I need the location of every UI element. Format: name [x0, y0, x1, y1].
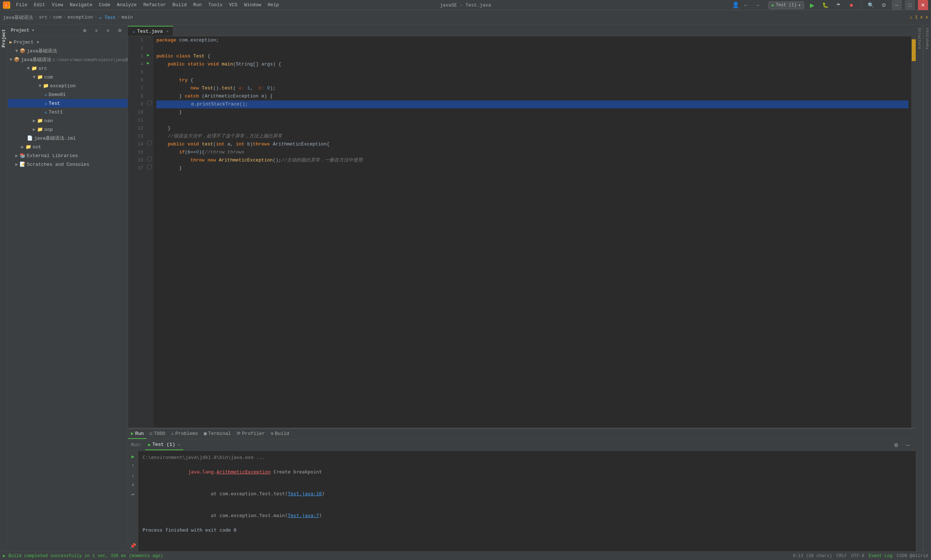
- structure-panel-btn[interactable]: Structure: [916, 25, 922, 52]
- console-close-button[interactable]: ─: [903, 440, 913, 450]
- menu-code[interactable]: Code: [96, 1, 113, 9]
- soft-wrap-button[interactable]: ↩: [129, 490, 137, 498]
- debug-button[interactable]: 🐛: [820, 0, 830, 10]
- tree-item-module-path[interactable]: ▼ 📦 java基础语法 C:\Users\Nan\IdeaProjects\j…: [8, 55, 128, 64]
- rerun-button[interactable]: ▶: [129, 452, 137, 460]
- tree-item-exception[interactable]: ▼ 📁 exception: [8, 82, 128, 90]
- tab-test-java[interactable]: ☕ Test.java ✕: [128, 26, 173, 36]
- code-content[interactable]: package com.exception; public class Test…: [154, 36, 911, 428]
- menu-help[interactable]: Help: [265, 1, 282, 9]
- menu-edit[interactable]: Edit: [31, 1, 48, 9]
- console-run-tab[interactable]: ▶ Test (1) ✕: [145, 440, 183, 450]
- tree-item-out[interactable]: ▶ 📁 out: [8, 143, 128, 151]
- menu-analyze[interactable]: Analyze: [114, 1, 140, 9]
- run-with-coverage-button[interactable]: ☂: [833, 0, 843, 10]
- console-line-1: C:\environment\java\jdk1.8\bin\java.exe …: [143, 454, 911, 461]
- bottom-panel: ▶ Run ☑ TODO ⚠ Problems ▣: [128, 428, 916, 551]
- line-numbers: 1 2 3 4 5 6 7 8 9 10 11 12 13 14: [128, 36, 146, 428]
- breadcrumb-project[interactable]: java基础语法: [3, 14, 33, 21]
- tree-item-test1[interactable]: ☕ Test1: [8, 108, 128, 116]
- console-settings-button[interactable]: ⚙: [891, 440, 901, 450]
- toolbar: java基础语法 › src › com › exception › ☕ Tes…: [0, 10, 931, 25]
- run-config-icon: ▶: [772, 3, 774, 8]
- menu-build[interactable]: Build: [169, 1, 189, 9]
- cursor-position[interactable]: 9:13 (20 chars): [793, 554, 832, 558]
- breadcrumb-exception[interactable]: exception: [67, 15, 93, 20]
- code-line-10: }: [156, 108, 908, 116]
- breadcrumb-src[interactable]: src: [39, 15, 47, 20]
- code-line-13: //假设这方法中，处理不了这个异常，方法上抛出异常: [156, 132, 908, 140]
- run-config-selector[interactable]: ▶ Test (1) ▾: [768, 2, 804, 9]
- stack-link-1[interactable]: Test.java:16: [288, 491, 322, 496]
- menu-run[interactable]: Run: [190, 1, 205, 9]
- breadcrumb-com[interactable]: com: [53, 15, 62, 20]
- tree-item-com[interactable]: ▼ 📁 com: [8, 73, 128, 82]
- forward-button[interactable]: →: [752, 0, 763, 10]
- warning-indicator[interactable]: ⚠ 1 ∧ ∨: [910, 15, 928, 20]
- tree-item-project[interactable]: ▶ Project ▾: [8, 38, 128, 46]
- close-button[interactable]: ✕: [918, 0, 928, 10]
- user-icon[interactable]: 👤: [732, 2, 739, 9]
- console-actions: ⚙ ─: [891, 440, 913, 450]
- code-line-2: [156, 45, 908, 52]
- close-tab-icon[interactable]: ✕: [166, 29, 168, 34]
- minimize-button[interactable]: ─: [892, 0, 902, 10]
- menu-vcs[interactable]: VCS: [226, 1, 240, 9]
- run-button[interactable]: ▶: [807, 0, 817, 10]
- console-run-close-icon[interactable]: ✕: [178, 443, 180, 447]
- search-everywhere-button[interactable]: 🔍: [866, 0, 876, 10]
- favorites-panel-btn[interactable]: Favorites: [925, 25, 930, 52]
- menu-window[interactable]: Window: [241, 1, 264, 9]
- settings-button[interactable]: ⚙: [879, 0, 889, 10]
- project-panel-btn[interactable]: Project: [1, 26, 7, 50]
- tree-item-module-root[interactable]: ▼ 📦 java基础语法: [8, 46, 128, 55]
- back-button[interactable]: ←: [741, 0, 751, 10]
- run-config-label: Test (1): [776, 3, 797, 8]
- line-separator[interactable]: CRLF: [836, 554, 847, 558]
- todo-tab[interactable]: ☑ TODO: [146, 429, 168, 439]
- tree-item-oop[interactable]: ▶ 📁 oop: [8, 125, 128, 134]
- locate-file-button[interactable]: ⊕: [80, 25, 90, 35]
- app-icon: J: [3, 2, 10, 9]
- hide-panel-button[interactable]: ≡: [103, 25, 113, 35]
- tree-item-test[interactable]: ☕ Test: [8, 99, 128, 108]
- tree-item-external-libs[interactable]: ▶ 📚 External Libraries: [8, 151, 128, 160]
- scroll-gutter[interactable]: [911, 36, 916, 428]
- sidebar-title: Project ▾: [11, 28, 35, 33]
- build-tab[interactable]: ⚒ Build: [268, 429, 292, 439]
- pin-button[interactable]: 📌: [129, 542, 137, 550]
- menu-file[interactable]: File: [13, 1, 30, 9]
- breadcrumb-main[interactable]: main: [122, 15, 133, 20]
- breadcrumb-test[interactable]: ☕ Test: [99, 15, 116, 20]
- tree-item-demo01[interactable]: ☕ Demo01: [8, 90, 128, 99]
- menu-view[interactable]: View: [49, 1, 66, 9]
- settings-panel-button[interactable]: ⚙: [115, 25, 125, 35]
- menu-refactor[interactable]: Refactor: [140, 1, 169, 9]
- menu-navigate[interactable]: Navigate: [67, 1, 95, 9]
- collapse-all-button[interactable]: ≡: [91, 25, 102, 35]
- window-controls: 👤 ← → ▶ Test (1) ▾ ▶ 🐛 ☂ ■ 🔍 ⚙ ─ □ ✕: [732, 0, 931, 10]
- problems-tab[interactable]: ⚠ Problems: [168, 429, 201, 439]
- stack-link-2[interactable]: Test.java:7: [288, 513, 319, 518]
- maximize-button[interactable]: □: [905, 0, 915, 10]
- stop-console-button[interactable]: ↑: [129, 462, 137, 470]
- terminal-tab-icon: ▣: [204, 431, 207, 436]
- tree-item-src[interactable]: ▼ 📁 src: [8, 64, 128, 73]
- code-line-12: }: [156, 125, 908, 132]
- scroll-to-end-button[interactable]: ↓: [129, 471, 137, 479]
- terminal-tab[interactable]: ▣ Terminal: [201, 429, 234, 439]
- encoding[interactable]: UTF-8: [851, 554, 865, 558]
- tree-item-scratches[interactable]: ▶ 📝 Scratches and Consoles: [8, 160, 128, 169]
- tree-item-iml[interactable]: 📄 java基础语法.iml: [8, 134, 128, 143]
- event-log[interactable]: Event Log: [869, 554, 893, 558]
- menu-tools[interactable]: Tools: [205, 1, 225, 9]
- tree-item-nan[interactable]: ▶ 📁 nan: [8, 116, 128, 125]
- profiler-tab[interactable]: ⟳ Profiler: [234, 429, 268, 439]
- stop-button[interactable]: ■: [846, 0, 856, 10]
- run-tab[interactable]: ▶ Run: [128, 429, 146, 439]
- code-line-9: e.printStackTrace();: [156, 100, 908, 108]
- run-gutter-line4[interactable]: ▶: [147, 60, 149, 66]
- filter-button[interactable]: ⚡: [129, 481, 137, 489]
- run-gutter-line3[interactable]: ▶: [147, 52, 149, 58]
- run-tab-label: Run: [135, 431, 144, 436]
